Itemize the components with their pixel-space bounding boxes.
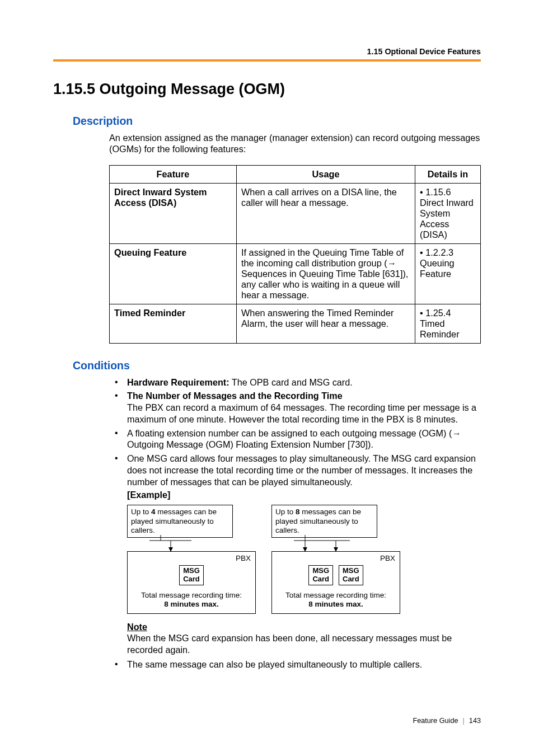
- conditions-heading: Conditions: [73, 359, 481, 372]
- pbx-label: PBX: [236, 554, 251, 562]
- callout-bold: 4: [151, 508, 156, 516]
- conditions-list: Hardware Requirement: The OPB card and M…: [109, 377, 481, 488]
- rec-time: Total message recording time: 8 minutes …: [132, 591, 251, 609]
- th-feature: Feature: [110, 165, 237, 183]
- diagram-right: Up to 8 messages can be played simultane…: [271, 505, 400, 614]
- rec-l1: Total message recording time:: [285, 591, 386, 599]
- cond-text: One MSG card allows four messages to pla…: [127, 453, 476, 486]
- pbx-box: PBX MSG Card Total message recording tim…: [127, 551, 256, 614]
- footer-page-number: 143: [469, 717, 481, 725]
- cell-details: • 1.25.4 Timed Reminder: [415, 304, 481, 343]
- th-details: Details in: [415, 165, 481, 183]
- msg-card: MSG Card: [308, 565, 333, 585]
- msg-l1: MSG: [343, 566, 359, 575]
- cell-details: • 1.15.6 Direct Inward System Access (DI…: [415, 183, 481, 243]
- cond-body: The PBX can record a maximum of 64 messa…: [127, 402, 476, 424]
- footer-guide: Feature Guide: [413, 717, 458, 725]
- pbx-label: PBX: [380, 554, 395, 562]
- rec-l2: 8 minutes max.: [308, 600, 363, 608]
- callout-bold: 8: [296, 508, 300, 516]
- list-item: One MSG card allows four messages to pla…: [109, 453, 481, 487]
- cell-feature: Direct Inward System Access (DISA): [110, 183, 237, 243]
- msg-l2: Card: [312, 575, 329, 583]
- final-list: The same message can also be played simu…: [109, 659, 481, 670]
- cell-usage: When answering the Timed Reminder Alarm,…: [237, 304, 415, 343]
- cell-usage: If assigned in the Queuing Time Table of…: [237, 243, 415, 304]
- rec-l2: 8 minutes max.: [164, 600, 219, 608]
- callout-right: Up to 8 messages can be played simultane…: [271, 505, 377, 538]
- th-usage: Usage: [237, 165, 415, 183]
- rec-time: Total message recording time: 8 minutes …: [277, 591, 395, 609]
- note-body: When the MSG card expansion has been don…: [127, 632, 481, 655]
- note-label: Note: [127, 622, 481, 632]
- description-heading: Description: [73, 115, 481, 128]
- footer-sep: |: [463, 717, 465, 725]
- callout-left: Up to 4 messages can be played simultane…: [127, 505, 233, 538]
- list-item: A floating extension number can be assig…: [109, 428, 481, 450]
- table-row: Timed Reminder When answering the Timed …: [110, 304, 481, 343]
- header-rule: [53, 59, 481, 62]
- page-footer: Feature Guide|143: [413, 717, 481, 725]
- feature-table: Feature Usage Details in Direct Inward S…: [109, 165, 481, 344]
- running-header: 1.15 Optional Device Features: [53, 47, 481, 56]
- usage-pre: If assigned in the Queuing Time Table of…: [241, 247, 404, 268]
- example-label: [Example]: [127, 490, 481, 500]
- table-row: Queuing Feature If assigned in the Queui…: [110, 243, 481, 304]
- msg-card: MSG Card: [339, 565, 363, 585]
- msg-l1: MSG: [312, 566, 329, 575]
- rec-l1: Total message recording time:: [141, 591, 242, 599]
- arrow-icon: →: [387, 258, 396, 268]
- msg-l1: MSG: [183, 566, 200, 575]
- callout-pre: Up to: [275, 508, 296, 516]
- usage-post: Sequences in Queuing Time Table [631]), …: [241, 269, 408, 300]
- callout-pre: Up to: [131, 508, 151, 516]
- list-item: Hardware Requirement: The OPB card and M…: [109, 377, 481, 388]
- diagram-left: Up to 4 messages can be played simultane…: [127, 505, 256, 614]
- cond-post: Outgoing Message (OGM) Floating Extensio…: [127, 439, 373, 449]
- msg-l2: Card: [343, 575, 359, 583]
- section-title: 1.15.5 Outgoing Message (OGM): [53, 81, 481, 98]
- msg-card: MSG Card: [179, 565, 204, 585]
- cond-rest: The OPB card and MSG card.: [229, 377, 353, 387]
- cell-feature: Timed Reminder: [110, 304, 237, 343]
- example-diagram: Up to 4 messages can be played simultane…: [127, 505, 481, 614]
- arrow-icon: →: [452, 428, 461, 438]
- cell-usage: When a call arrives on a DISA line, the …: [237, 183, 415, 243]
- cond-lead: The Number of Messages and the Recording…: [127, 391, 343, 401]
- cond-lead: Hardware Requirement:: [127, 377, 229, 387]
- list-item: The Number of Messages and the Recording…: [109, 390, 481, 425]
- pbx-box: PBX MSG Card MSG Card Total message reco…: [271, 551, 400, 614]
- cell-feature: Queuing Feature: [110, 243, 237, 304]
- description-body: An extension assigned as the manager (ma…: [109, 132, 481, 155]
- list-item: The same message can also be played simu…: [109, 659, 481, 670]
- cond-pre: A floating extension number can be assig…: [127, 428, 452, 438]
- msg-l2: Card: [183, 575, 200, 583]
- cell-details: • 1.2.2.3 Queuing Feature: [415, 243, 481, 304]
- table-row: Direct Inward System Access (DISA) When …: [110, 183, 481, 243]
